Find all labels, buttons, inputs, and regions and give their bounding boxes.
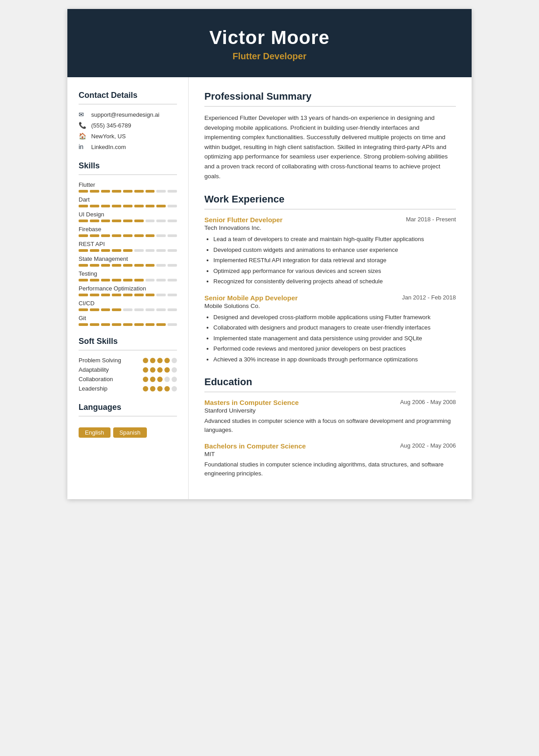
- skill-segment: [134, 249, 144, 252]
- jobs-list: Senior Flutter DeveloperMar 2018 - Prese…: [204, 216, 456, 364]
- skill-segment: [146, 234, 155, 237]
- skill-segment: [156, 308, 166, 311]
- skill-segment: [146, 264, 155, 267]
- skill-segment: [112, 264, 121, 267]
- list-item: Designed and developed cross-platform mo…: [213, 313, 456, 322]
- skill-segment: [112, 249, 121, 252]
- education-divider: [204, 391, 456, 392]
- edu-school: MIT: [204, 451, 456, 457]
- education-entry: Masters in Computer ScienceAug 2006 - Ma…: [204, 399, 456, 434]
- skill-segment: [79, 249, 88, 252]
- skill-segment: [79, 190, 88, 193]
- skill-segment: [101, 294, 110, 296]
- dot: [150, 377, 155, 382]
- candidate-title: Flutter Developer: [76, 51, 463, 62]
- soft-skill-row: Collaboration: [79, 376, 177, 382]
- contact-phone: 📞 (555) 345-6789: [79, 122, 177, 129]
- skill-segment: [168, 279, 177, 281]
- skill-segment: [79, 264, 88, 267]
- list-item: Achieved a 30% increase in app downloads…: [213, 355, 456, 364]
- job-bullets: Lead a team of developers to create and …: [204, 235, 456, 286]
- resume-body: Contact Details ✉ support@resumedesign.a…: [67, 77, 472, 499]
- skills-divider: [79, 174, 177, 175]
- job-title: Senior Flutter Developer: [204, 216, 283, 224]
- summary-section-title: Professional Summary: [204, 91, 456, 102]
- skill-name: CI/CD: [79, 300, 177, 307]
- soft-skill-dots: [143, 377, 177, 382]
- linkedin-icon: in: [79, 143, 88, 150]
- contact-linkedin: in LinkedIn.com: [79, 143, 177, 150]
- skill-segment: [79, 220, 88, 222]
- education-section-title: Education: [204, 376, 456, 388]
- skill-segment: [168, 220, 177, 222]
- edu-description: Advanced studies in computer science wit…: [204, 417, 456, 434]
- skill-segment: [134, 205, 144, 207]
- languages-divider: [79, 416, 177, 417]
- skill-bar: [79, 205, 177, 207]
- skill-segment: [90, 323, 99, 326]
- skill-segment: [134, 308, 144, 311]
- skill-segment: [168, 249, 177, 252]
- skill-segment: [79, 234, 88, 237]
- dot: [143, 386, 148, 391]
- job-dates: Mar 2018 - Present: [406, 216, 456, 223]
- skill-segment: [146, 323, 155, 326]
- edu-dates: Aug 2002 - May 2006: [400, 442, 456, 449]
- skill-segment: [90, 220, 99, 222]
- skill-bar: [79, 279, 177, 281]
- dot: [143, 358, 148, 363]
- job-company: Tech Innovations Inc.: [204, 224, 456, 231]
- skill-name: Performance Optimization: [79, 285, 177, 292]
- skill-segment: [134, 190, 144, 193]
- skills-section-title: Skills: [79, 161, 177, 171]
- language-tag: English: [79, 427, 110, 438]
- job-dates: Jan 2012 - Feb 2018: [402, 294, 456, 301]
- soft-skills-list: Problem SolvingAdaptabilityCollaboration…: [79, 357, 177, 392]
- edu-dates: Aug 2006 - May 2008: [400, 399, 456, 405]
- skill-segment: [90, 264, 99, 267]
- skill-segment: [146, 308, 155, 311]
- sidebar: Contact Details ✉ support@resumedesign.a…: [67, 77, 189, 499]
- skill-segment: [79, 205, 88, 207]
- skill-segment: [146, 205, 155, 207]
- skill-segment: [90, 190, 99, 193]
- job-header: Senior Mobile App DeveloperJan 2012 - Fe…: [204, 294, 456, 302]
- edu-description: Foundational studies in computer science…: [204, 460, 456, 478]
- dot: [172, 358, 177, 363]
- skill-segment: [123, 205, 133, 207]
- skill-segment: [156, 190, 166, 193]
- edu-degree: Masters in Computer Science: [204, 399, 299, 406]
- languages-section-title: Languages: [79, 403, 177, 412]
- dot: [164, 377, 170, 382]
- skill-segment: [168, 323, 177, 326]
- skill-bar: [79, 264, 177, 267]
- languages-list: EnglishSpanish: [79, 423, 177, 438]
- skill-segment: [134, 220, 144, 222]
- skill-segment: [112, 323, 121, 326]
- skill-bar: [79, 234, 177, 237]
- dot: [157, 367, 163, 373]
- edu-header: Masters in Computer ScienceAug 2006 - Ma…: [204, 399, 456, 406]
- soft-skill-label: Collaboration: [79, 376, 113, 382]
- soft-skill-row: Problem Solving: [79, 357, 177, 364]
- soft-skill-dots: [143, 367, 177, 373]
- dot: [150, 367, 155, 373]
- resume-header: Victor Moore Flutter Developer: [67, 9, 472, 77]
- dot: [150, 386, 155, 391]
- contact-location: 🏠 NewYork, US: [79, 132, 177, 140]
- soft-skill-label: Adaptability: [79, 366, 109, 373]
- soft-skill-label: Leadership: [79, 385, 107, 392]
- job-header: Senior Flutter DeveloperMar 2018 - Prese…: [204, 216, 456, 224]
- skill-segment: [134, 294, 144, 296]
- job-entry: Senior Flutter DeveloperMar 2018 - Prese…: [204, 216, 456, 286]
- skill-segment: [123, 234, 133, 237]
- job-bullets: Designed and developed cross-platform mo…: [204, 313, 456, 364]
- skill-bar: [79, 190, 177, 193]
- skill-segment: [123, 323, 133, 326]
- soft-skill-row: Adaptability: [79, 366, 177, 373]
- dot: [172, 377, 177, 382]
- skill-segment: [112, 190, 121, 193]
- location-icon: 🏠: [79, 132, 88, 140]
- skill-bar: [79, 308, 177, 311]
- contact-email: ✉ support@resumedesign.ai: [79, 111, 177, 118]
